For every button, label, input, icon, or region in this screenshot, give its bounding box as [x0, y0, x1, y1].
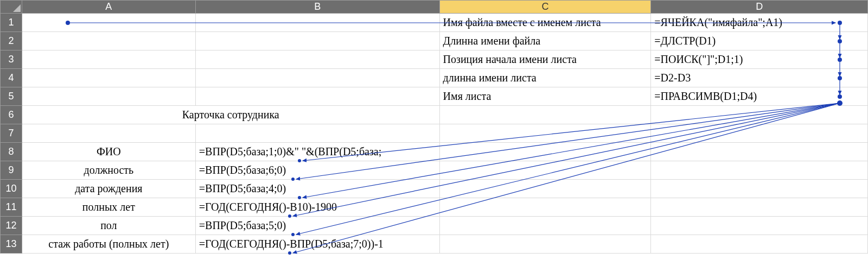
cell-C6[interactable] [439, 106, 651, 124]
cell-D12[interactable] [651, 217, 868, 235]
cell-C1[interactable]: Имя файла вместе с именем листа [439, 14, 651, 32]
col-header-A[interactable]: A [22, 1, 195, 14]
cell-D11[interactable] [651, 198, 868, 217]
row-header-13[interactable]: 13 [1, 235, 22, 254]
cell-D8[interactable] [651, 143, 868, 161]
cell-C9[interactable] [439, 161, 651, 180]
cell-A10[interactable]: дата рождения [22, 180, 195, 198]
cell-D2[interactable]: =ДЛСТР(D1) [651, 32, 868, 50]
cell-D1[interactable]: =ЯЧЕЙКА("имяфайла";A1) [651, 14, 868, 32]
cell-B4[interactable] [195, 69, 439, 87]
cell-A8[interactable]: ФИО [22, 143, 195, 161]
cell-A4[interactable] [22, 69, 195, 87]
cell-C7[interactable] [439, 124, 651, 143]
cell-D6[interactable] [651, 106, 868, 124]
cell-C10[interactable] [439, 180, 651, 198]
cell-B5[interactable] [195, 87, 439, 106]
cell-D7[interactable] [651, 124, 868, 143]
cell-B8[interactable]: =ВПР(D5;база;1;0)&" "&(ВПР(D5;база; [195, 143, 439, 161]
cell-C12[interactable] [439, 217, 651, 235]
cell-A12[interactable]: пол [22, 217, 195, 235]
svg-marker-0 [13, 4, 21, 12]
cell-D13[interactable] [651, 235, 868, 254]
cell-A2[interactable] [22, 32, 195, 50]
cell-D3[interactable]: =ПОИСК("]";D1;1) [651, 50, 868, 69]
cell-C5[interactable]: Имя листа [439, 87, 651, 106]
cell-A13[interactable]: стаж работы (полных лет) [22, 235, 195, 254]
cell-C4[interactable]: длинна имени листа [439, 69, 651, 87]
cell-A6-B6[interactable]: Карточка сотрудника [22, 106, 439, 124]
cell-C11[interactable] [439, 198, 651, 217]
select-all-corner[interactable] [1, 1, 22, 14]
cell-B3[interactable] [195, 50, 439, 69]
cell-B11[interactable]: =ГОД(СЕГОДНЯ()-В10)-1900 [195, 198, 439, 217]
row-header-9[interactable]: 9 [1, 161, 22, 180]
cell-B2[interactable] [195, 32, 439, 50]
row-header-8[interactable]: 8 [1, 143, 22, 161]
row-header-4[interactable]: 4 [1, 69, 22, 87]
cell-A1[interactable] [22, 14, 195, 32]
cell-D4[interactable]: =D2-D3 [651, 69, 868, 87]
cell-D9[interactable] [651, 161, 868, 180]
row-header-11[interactable]: 11 [1, 198, 22, 217]
cell-A3[interactable] [22, 50, 195, 69]
row-header-12[interactable]: 12 [1, 217, 22, 235]
spreadsheet-view[interactable]: A B C D 1 Имя файла вместе с именем лист… [0, 0, 868, 272]
row-header-7[interactable]: 7 [1, 124, 22, 143]
cell-B9[interactable]: =ВПР(D5;база;6;0) [195, 161, 439, 180]
cell-C3[interactable]: Позиция начала имени листа [439, 50, 651, 69]
cell-D5[interactable]: =ПРАВСИМВ(D1;D4) [651, 87, 868, 106]
cell-A9[interactable]: должность [22, 161, 195, 180]
cell-A5[interactable] [22, 87, 195, 106]
cell-A11[interactable]: полных лет [22, 198, 195, 217]
row-header-1[interactable]: 1 [1, 14, 22, 32]
cell-B13[interactable]: =ГОД(СЕГОДНЯ()-ВПР(D5;база;7;0))-1 [195, 235, 439, 254]
cell-C8[interactable] [439, 143, 651, 161]
cell-B1[interactable] [195, 14, 439, 32]
row-header-10[interactable]: 10 [1, 180, 22, 198]
col-header-C[interactable]: C [439, 1, 651, 14]
cell-D10[interactable] [651, 180, 868, 198]
cell-A7[interactable] [22, 124, 195, 143]
row-header-2[interactable]: 2 [1, 32, 22, 50]
cell-C13[interactable] [439, 235, 651, 254]
cell-B10[interactable]: =ВПР(D5;база;4;0) [195, 180, 439, 198]
grid-table: A B C D 1 Имя файла вместе с именем лист… [0, 0, 868, 254]
cell-B12[interactable]: =ВПР(D5;база;5;0) [195, 217, 439, 235]
col-header-D[interactable]: D [651, 1, 868, 14]
row-header-3[interactable]: 3 [1, 50, 22, 69]
col-header-B[interactable]: B [195, 1, 439, 14]
row-header-5[interactable]: 5 [1, 87, 22, 106]
cell-C2[interactable]: Длинна имени файла [439, 32, 651, 50]
row-header-6[interactable]: 6 [1, 106, 22, 124]
cell-B7[interactable] [195, 124, 439, 143]
